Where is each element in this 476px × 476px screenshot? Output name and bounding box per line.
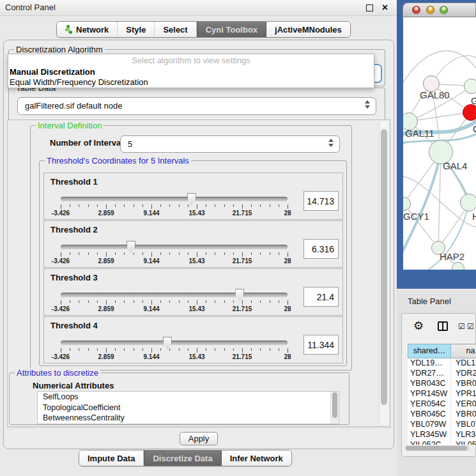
tick-mark [242,348,243,353]
list-item[interactable]: SelfLoops [38,392,339,403]
tab-label: Network [76,25,109,35]
table-row[interactable]: YDL19…YDL1 [408,358,476,369]
algorithm-option-manual[interactable]: Manual Discretization [8,67,374,77]
close-icon[interactable]: × [382,1,388,14]
tick-mark [134,300,134,303]
slider-thumb[interactable] [187,193,196,205]
list-item[interactable]: TopologicalCoefficient [38,403,339,413]
tick-mark [70,204,70,207]
threshold-value-field[interactable]: 21.4 [303,287,339,307]
column-header-shared-[interactable]: shared… [408,344,451,358]
tick-mark [134,348,134,351]
close-traffic-light[interactable] [412,6,420,14]
tick-mark [169,300,170,303]
table-row[interactable]: YPR145WYPR14 [408,389,476,399]
network-node[interactable] [463,104,476,121]
vertical-scrollbar[interactable] [379,121,388,425]
threshold-panel-3: Threshold 3-3.4262.8599.14415.4321.71528… [43,268,343,316]
threshold-value-field[interactable]: 14.713 [303,191,339,211]
tick-mark [79,348,79,351]
thresholds-group: Threshold's Coordinates for 5 Intervals … [39,160,347,366]
table-data-combobox[interactable]: galFiltered.sif default node [17,97,376,115]
tick-mark [134,252,134,255]
control-panel: Control Panel × NetworkStyleSelectCyni T… [0,0,397,476]
tick-mark [197,348,197,353]
cell-shared-name: YLR345W [408,430,451,440]
tab-style[interactable]: Style [118,22,155,37]
horizontal-scrollbar[interactable] [405,445,470,451]
vertical-scrollbar-thumb[interactable] [381,129,387,405]
numerical-attributes-label: Numerical Attributes [33,381,114,390]
threshold-value-field[interactable]: 11.344 [303,335,339,355]
tab-jactivemnodules[interactable]: jActiveMNodules [266,22,350,37]
table-row[interactable]: YIL052CYIL05 [408,440,476,445]
settings-scroll-area: Interval Definition Number of Intervals … [7,119,390,427]
table-row[interactable]: YBR045CYBR04 [408,410,476,420]
checkbox-icon[interactable]: ☑ [467,322,474,331]
slider-thumb[interactable] [163,337,172,349]
threshold-label: Threshold 1 [50,177,98,187]
list-scrollbar-thumb[interactable] [332,392,337,418]
tick-label: 28 [284,353,291,360]
tick-mark [179,252,180,255]
float-window-icon[interactable] [366,4,373,12]
slider-ticks [61,300,288,305]
tick-mark [233,204,234,207]
apply-button[interactable]: Apply [180,432,218,445]
bottom-tab-impute-data[interactable]: Impute Data [79,450,144,466]
gear-icon[interactable]: ⚙ [413,319,424,332]
network-window-titlebar[interactable] [403,3,476,17]
number-of-intervals-combobox[interactable]: 5 [120,135,340,153]
list-item[interactable]: BetweennessCentrality [38,413,339,424]
table-panel-body: ⚙☑☑ shared…na YDL19…YDL1YDR27…YDR2YBR043… [397,310,476,476]
number-of-intervals-value: 5 [128,139,132,149]
algorithm-popup-prompt: Select algorithm to view settings [8,54,374,67]
cell-name: YLR34 [451,430,476,440]
tick-mark [88,204,89,207]
table-row[interactable]: YLR345WYLR34 [408,430,476,440]
tab-network[interactable]: Network [57,22,118,37]
bottom-tab-bar: Impute DataDiscretize DataInfer Network [79,450,292,466]
cell-shared-name: YIL052C [408,440,451,445]
table-row[interactable]: YBR043CYBR04 [408,379,476,389]
horizontal-scrollbar-thumb[interactable] [406,446,467,450]
bottom-tab-discretize-data[interactable]: Discretize Data [144,450,221,466]
tick-mark [151,252,152,257]
network-canvas[interactable]: GAL80GACGAL11GAL4GCY1HHAP2 [403,17,476,270]
tick-label: 21.715 [233,305,252,312]
tick-mark [188,348,188,351]
network-node[interactable] [464,79,476,94]
minimize-traffic-light[interactable] [426,6,434,14]
tick-mark [106,348,107,353]
numerical-attributes-list[interactable]: SelfLoopsTopologicalCoefficientBetweenne… [37,391,339,424]
slider-track[interactable] [61,341,288,345]
slider-track[interactable] [61,197,288,201]
tick-mark [124,204,125,207]
slider-track[interactable] [61,245,288,249]
tick-mark [88,348,89,351]
tab-select[interactable]: Select [155,22,196,37]
tick-label: 9.144 [143,353,159,360]
table-row[interactable]: YDR27…YDR2 [408,369,476,379]
table-row[interactable]: YER054CYER05 [408,399,476,410]
checkbox-icon[interactable]: ☑ [458,322,465,331]
slider-track[interactable] [61,293,288,297]
slider-thumb[interactable] [127,241,135,253]
tab-cyni-toolbox[interactable]: Cyni Toolbox [197,22,266,37]
threshold-value-field[interactable]: 6.316 [303,239,339,259]
network-node[interactable] [460,194,476,211]
network-node-label: GA [471,95,476,106]
zoom-traffic-light[interactable] [440,6,448,14]
algorithm-option-equal-width[interactable]: Equal Width/Frequency Discretization [8,77,374,88]
algorithm-popup: Select algorithm to view settings Manual… [8,54,374,88]
combo-stepper-icon [328,139,334,147]
column-header-na[interactable]: na [451,344,476,358]
tick-mark [206,300,206,303]
list-scrollbar[interactable] [330,392,339,424]
tick-mark [206,204,206,207]
bottom-tab-infer-network[interactable]: Infer Network [222,450,291,466]
table-row[interactable]: YBL079WYBL07 [408,420,476,430]
split-view-icon[interactable] [438,321,448,331]
slider-thumb[interactable] [235,289,244,301]
tab-label: Impute Data [88,454,135,463]
